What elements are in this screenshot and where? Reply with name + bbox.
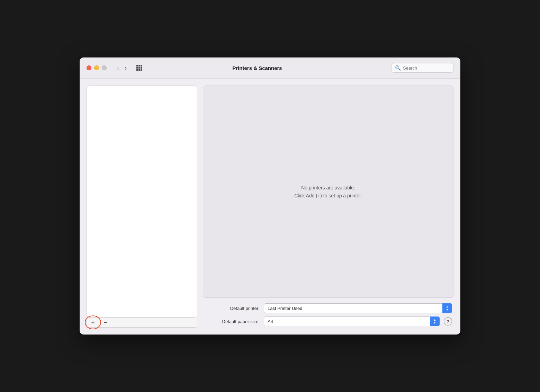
default-printer-row: Default printer: Last Printer Used ▲ ▼ [203,303,453,313]
default-paper-label: Default paper size: [204,319,260,324]
left-panel: + − [87,86,197,328]
help-button[interactable]: ? [444,317,452,326]
minimize-button[interactable] [94,65,99,70]
add-remove-bar: + − [87,318,197,328]
add-printer-button[interactable]: + [87,318,99,327]
default-paper-size-row: Default paper size: A4 ▲ ▼ ? [203,317,453,326]
zoom-button[interactable] [102,65,107,70]
close-button[interactable] [87,65,91,70]
right-panel: No printers are available. Click Add (+)… [203,86,453,328]
content-area: + − No printers are available. Click Add… [80,79,460,335]
no-printer-message: No printers are available. Click Add (+)… [294,184,362,199]
main-window: ‹ › Printers & Scanners 🔍 + − [80,57,460,335]
remove-printer-button[interactable]: − [99,318,112,327]
traffic-lights [87,65,107,70]
window-title: Printers & Scanners [129,65,386,71]
default-printer-select-wrapper: Last Printer Used ▲ ▼ [264,303,452,313]
nav-buttons: ‹ › [115,64,129,72]
default-paper-select-wrapper: A4 ▲ ▼ [264,317,440,326]
forward-button[interactable]: › [123,64,129,72]
search-box: 🔍 [391,63,453,73]
default-printer-label: Default printer: [204,306,260,311]
default-paper-select[interactable]: A4 [264,317,440,326]
search-icon: 🔍 [395,65,401,71]
settings-panel: Default printer: Last Printer Used ▲ ▼ D… [203,303,453,328]
search-input[interactable] [403,65,450,71]
titlebar: ‹ › Printers & Scanners 🔍 [80,57,460,79]
back-button[interactable]: ‹ [115,64,121,72]
printer-detail-panel: No printers are available. Click Add (+)… [203,86,453,298]
default-printer-select[interactable]: Last Printer Used [264,303,452,313]
printer-list [87,86,197,318]
